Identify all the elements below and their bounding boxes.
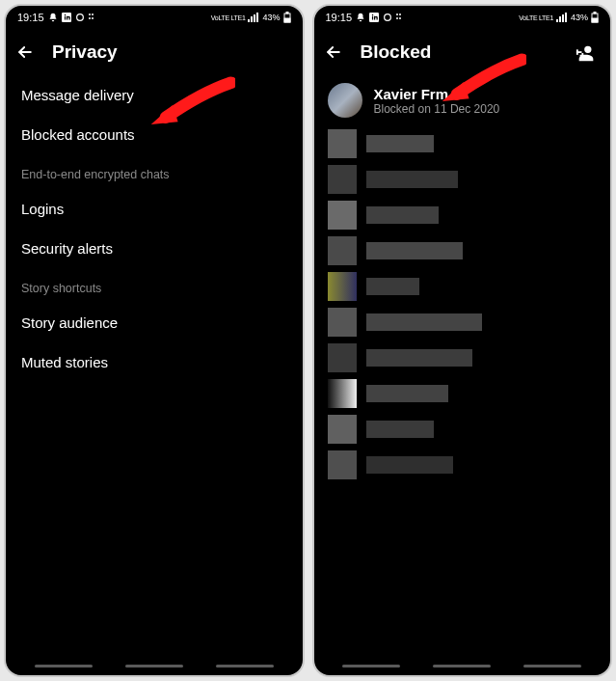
menu-item-message-delivery[interactable]: Message delivery <box>6 75 303 115</box>
back-arrow-icon[interactable] <box>324 42 343 62</box>
battery-percent: 43% <box>262 13 280 22</box>
android-nav-bar <box>6 656 303 675</box>
status-time: 19:15 <box>326 12 353 23</box>
list-item[interactable] <box>324 127 602 160</box>
status-bar: 19:15 VoLTE LTE1 43% <box>6 6 303 29</box>
section-story: Story shortcuts <box>6 268 303 303</box>
more-icon <box>396 13 402 22</box>
svg-point-4 <box>89 17 91 19</box>
section-e2e: End-to-end encrypted chats <box>6 154 303 189</box>
more-icon <box>89 13 94 22</box>
menu-item-muted-stories[interactable]: Muted stories <box>6 342 303 382</box>
list-item[interactable] <box>324 163 602 196</box>
battery-percent: 43% <box>571 13 588 22</box>
header: Blocked <box>314 29 611 75</box>
svg-point-5 <box>92 17 94 19</box>
avatar <box>328 83 362 118</box>
nav-back[interactable] <box>523 665 581 667</box>
menu-item-logins[interactable]: Logins <box>6 189 303 229</box>
status-time: 19:15 <box>17 12 44 23</box>
svg-point-14 <box>396 17 398 19</box>
svg-rect-8 <box>284 18 290 22</box>
page-title: Privacy <box>52 41 118 63</box>
status-bar: 19:15 VoLTE LTE1 43% <box>314 6 611 29</box>
linkedin-icon <box>62 13 71 22</box>
list-item[interactable] <box>324 413 602 446</box>
nav-back[interactable] <box>216 665 274 667</box>
svg-point-15 <box>399 17 401 19</box>
phone-blocked-screen: 19:15 VoLTE LTE1 43% <box>312 4 613 677</box>
circle-icon <box>383 13 392 22</box>
blocked-user-row[interactable]: Xavier Frm Blocked on 11 Dec 2020 <box>314 75 611 125</box>
bell-icon <box>356 13 365 22</box>
menu-item-story-audience[interactable]: Story audience <box>6 303 303 342</box>
svg-rect-20 <box>576 51 582 53</box>
back-arrow-icon[interactable] <box>15 42 35 62</box>
circle-icon <box>75 13 85 22</box>
bell-icon <box>48 13 58 22</box>
list-item[interactable] <box>324 377 602 410</box>
svg-point-13 <box>399 14 401 15</box>
list-item[interactable] <box>324 306 602 339</box>
network-label: VoLTE LTE1 <box>211 14 246 21</box>
nav-recent[interactable] <box>342 665 400 667</box>
list-item[interactable] <box>324 199 602 232</box>
menu-item-blocked-accounts[interactable]: Blocked accounts <box>6 115 303 154</box>
svg-point-2 <box>89 14 91 15</box>
battery-icon <box>591 12 599 23</box>
nav-home[interactable] <box>125 665 183 667</box>
phone-privacy-screen: 19:15 VoLTE LTE1 43% <box>4 4 305 677</box>
list-item[interactable] <box>324 234 602 267</box>
svg-point-3 <box>92 14 94 15</box>
svg-point-11 <box>385 14 391 21</box>
list-item[interactable] <box>324 270 602 303</box>
linkedin-icon <box>369 13 379 22</box>
signal-icon <box>556 13 568 22</box>
blocked-user-name: Xavier Frm <box>374 86 500 102</box>
pixelated-blocked-list <box>314 125 611 481</box>
menu-item-security-alerts[interactable]: Security alerts <box>6 229 303 268</box>
battery-icon <box>283 12 291 23</box>
svg-rect-17 <box>594 13 596 14</box>
add-person-icon[interactable] <box>576 42 597 64</box>
page-title: Blocked <box>361 41 432 63</box>
nav-recent[interactable] <box>35 665 93 667</box>
list-item[interactable] <box>324 341 602 374</box>
header: Privacy <box>6 29 303 75</box>
svg-rect-18 <box>592 18 598 22</box>
svg-point-1 <box>76 14 83 21</box>
blocked-user-subtitle: Blocked on 11 Dec 2020 <box>374 102 500 116</box>
privacy-content: Message delivery Blocked accounts End-to… <box>6 75 303 656</box>
nav-home[interactable] <box>433 665 491 667</box>
android-nav-bar <box>314 656 611 675</box>
list-item[interactable] <box>324 449 602 481</box>
svg-point-12 <box>396 14 398 15</box>
signal-icon <box>248 13 259 22</box>
svg-rect-7 <box>286 13 288 14</box>
network-label: VoLTE LTE1 <box>519 14 553 21</box>
blocked-content: Xavier Frm Blocked on 11 Dec 2020 <box>314 75 611 656</box>
